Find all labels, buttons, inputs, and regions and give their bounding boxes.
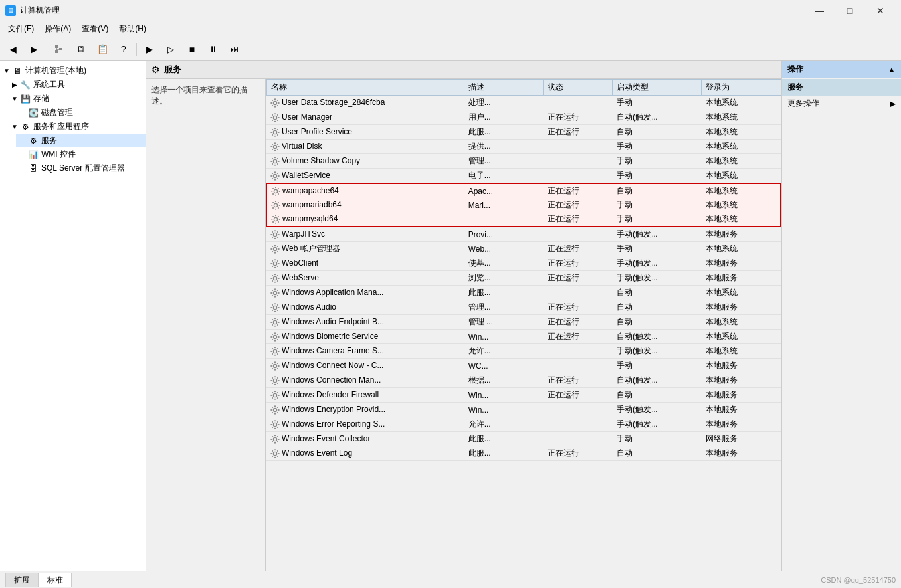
table-row[interactable]: Virtual Disk提供...手动本地系统 bbox=[266, 140, 781, 154]
table-row[interactable]: Windows Audio管理...正在运行自动本地服务 bbox=[266, 300, 781, 315]
right-panel-more-actions[interactable]: 更多操作 ▶ bbox=[782, 96, 901, 111]
col-header-name[interactable]: 名称 bbox=[266, 80, 464, 96]
col-header-status[interactable]: 状态 bbox=[544, 80, 613, 96]
svg-point-229 bbox=[272, 456, 273, 457]
toolbar-restart[interactable]: ⏭ bbox=[225, 40, 245, 58]
table-row[interactable]: Windows Application Mana...此服...自动本地系统 bbox=[266, 286, 781, 300]
tab-expand[interactable]: 扩展 bbox=[5, 573, 39, 587]
table-row[interactable]: Volume Shadow Copy管理...手动本地系统 bbox=[266, 154, 781, 169]
svg-point-160 bbox=[274, 355, 276, 356]
svg-point-77 bbox=[274, 217, 277, 221]
table-row[interactable]: Windows Connect Now - C...WC...手动本地服务 bbox=[266, 359, 781, 373]
maximize-button[interactable]: □ bbox=[835, 0, 865, 21]
toolbar-play[interactable]: ▶ bbox=[140, 40, 159, 58]
svg-point-18 bbox=[278, 117, 280, 118]
toolbar-back[interactable]: ◀ bbox=[3, 40, 23, 58]
table-row[interactable]: WalletService电子...手动本地系统 bbox=[266, 169, 781, 184]
services-table-container[interactable]: 名称 描述 状态 启动类型 登录为 User Data Storage_2846… bbox=[266, 79, 781, 571]
toolbar-stop[interactable]: ■ bbox=[182, 40, 202, 58]
svg-point-38 bbox=[277, 149, 278, 150]
menu-bar: 文件(F) 操作(A) 查看(V) 帮助(H) bbox=[0, 21, 901, 37]
tree-wmi[interactable]: ▶ 📊 WMI 控件 bbox=[16, 147, 146, 161]
service-login: 本地系统 bbox=[702, 330, 781, 344]
table-row[interactable]: Windows Connection Man...根据...正在运行自动(触发.… bbox=[266, 373, 781, 388]
table-row[interactable]: wampmysqld64正在运行手动本地系统 bbox=[266, 212, 781, 227]
tree-expand-svc[interactable]: ▼ bbox=[11, 123, 19, 131]
svg-point-124 bbox=[274, 296, 276, 298]
col-header-desc[interactable]: 描述 bbox=[464, 80, 544, 96]
toolbar-pause[interactable]: ⏸ bbox=[203, 40, 223, 58]
menu-help[interactable]: 帮助(H) bbox=[114, 22, 151, 36]
left-panel: ▼ 🖥 计算机管理(本地) ▶ 🔧 系统工具 ▼ 💾 存储 ▶ 💽 磁盘管理 ▼… bbox=[0, 61, 146, 571]
svg-point-202 bbox=[272, 412, 273, 413]
table-row[interactable]: wampapache64Apac...正在运行自动本地系统 bbox=[266, 183, 781, 198]
toolbar-icon1[interactable]: 🖥 bbox=[71, 40, 91, 58]
table-row[interactable]: User Data Storage_2846fcba处理...手动本地系统 bbox=[266, 96, 781, 110]
svg-rect-1 bbox=[55, 50, 58, 53]
table-row[interactable]: User Profile Service此服...正在运行自动本地系统 bbox=[266, 125, 781, 140]
svg-point-36 bbox=[278, 146, 280, 147]
service-name: Windows Error Reporting S... bbox=[266, 417, 464, 432]
svg-point-148 bbox=[272, 324, 273, 326]
menu-file[interactable]: 文件(F) bbox=[3, 22, 39, 36]
service-desc: Win... bbox=[464, 388, 544, 403]
table-row[interactable]: Windows Audio Endpoint B...管理 ...正在运行自动本… bbox=[266, 315, 781, 330]
table-row[interactable]: Windows Event Log此服...正在运行自动本地服务 bbox=[266, 446, 781, 461]
tree-services[interactable]: ▶ ⚙ 服务 bbox=[16, 134, 146, 147]
table-row[interactable]: Windows Biometric ServiceWin...正在运行自动(触发… bbox=[266, 330, 781, 344]
service-desc: 此服... bbox=[464, 125, 544, 140]
menu-view[interactable]: 查看(V) bbox=[76, 22, 114, 36]
tree-expand-storage[interactable]: ▼ bbox=[11, 95, 19, 103]
svg-point-98 bbox=[270, 248, 272, 250]
col-header-startup[interactable]: 启动类型 bbox=[613, 80, 702, 96]
panel-title: 服务 bbox=[164, 64, 181, 76]
table-row[interactable]: WarpJITSvcProvi...手动(触发...本地服务 bbox=[266, 227, 781, 242]
tree-services-apps[interactable]: ▼ ⚙ 服务和应用程序 bbox=[8, 120, 146, 134]
svg-point-86 bbox=[273, 233, 276, 236]
service-name: Volume Shadow Copy bbox=[266, 154, 464, 169]
menu-action[interactable]: 操作(A) bbox=[39, 22, 76, 36]
table-row[interactable]: Windows Event Collector此服...手动网络服务 bbox=[266, 432, 781, 446]
minimize-button[interactable]: — bbox=[804, 0, 835, 21]
tree-expand-sys[interactable]: ▶ bbox=[11, 81, 19, 89]
svg-point-140 bbox=[273, 320, 276, 324]
toolbar-tree[interactable] bbox=[50, 40, 70, 58]
table-row[interactable]: Windows Error Reporting S...允许...手动(触发..… bbox=[266, 417, 781, 432]
toolbar-help[interactable]: ? bbox=[114, 40, 134, 58]
table-row[interactable]: wampmariadb64Mari...正在运行手动本地系统 bbox=[266, 198, 781, 212]
table-row[interactable]: Web 帐户管理器Web...正在运行手动本地系统 bbox=[266, 242, 781, 256]
table-row[interactable]: Windows Encryption Provid...Win...手动(触发.… bbox=[266, 403, 781, 417]
col-header-login[interactable]: 登录为 bbox=[702, 80, 781, 96]
svg-point-174 bbox=[277, 363, 278, 364]
svg-point-201 bbox=[277, 407, 278, 408]
service-login: 本地系统 bbox=[702, 344, 781, 359]
svg-point-182 bbox=[277, 383, 278, 384]
service-status: 正在运行 bbox=[544, 388, 613, 403]
svg-point-213 bbox=[274, 435, 276, 436]
tree-sql[interactable]: ▶ 🗄 SQL Server 配置管理器 bbox=[16, 161, 146, 175]
service-status bbox=[544, 286, 613, 300]
table-row[interactable]: WebClient使基...正在运行手动(触发...本地服务 bbox=[266, 256, 781, 271]
toolbar-forward[interactable]: ▶ bbox=[24, 40, 44, 58]
close-button[interactable]: ✕ bbox=[865, 0, 896, 21]
toolbar-icon2[interactable]: 📋 bbox=[92, 40, 112, 58]
tree-expand-root[interactable]: ▼ bbox=[3, 67, 11, 75]
service-name: Virtual Disk bbox=[266, 140, 464, 154]
service-desc: 管理 ... bbox=[464, 315, 544, 330]
service-status: 正在运行 bbox=[544, 110, 613, 125]
table-row[interactable]: WebServe浏览...正在运行手动(触发...本地服务 bbox=[266, 271, 781, 286]
service-startup: 自动(触发... bbox=[613, 330, 702, 344]
svg-point-188 bbox=[270, 395, 272, 396]
table-row[interactable]: Windows Camera Frame S...允许...手动(触发...本地… bbox=[266, 344, 781, 359]
svg-point-97 bbox=[274, 252, 276, 253]
tree-storage[interactable]: ▼ 💾 存储 bbox=[8, 92, 146, 106]
svg-point-47 bbox=[277, 163, 278, 165]
tree-disk-mgmt[interactable]: ▶ 💽 磁盘管理 bbox=[16, 106, 146, 120]
table-row[interactable]: Windows Defender FirewallWin...正在运行自动本地服… bbox=[266, 388, 781, 403]
toolbar-play2[interactable]: ▷ bbox=[161, 40, 181, 58]
tree-system-tools[interactable]: ▶ 🔧 系统工具 bbox=[8, 78, 146, 92]
svg-point-134 bbox=[270, 307, 272, 308]
tree-root[interactable]: ▼ 🖥 计算机管理(本地) bbox=[0, 64, 146, 78]
tab-standard[interactable]: 标准 bbox=[39, 573, 72, 587]
table-row[interactable]: User Manager用户...正在运行自动(触发...本地系统 bbox=[266, 110, 781, 125]
